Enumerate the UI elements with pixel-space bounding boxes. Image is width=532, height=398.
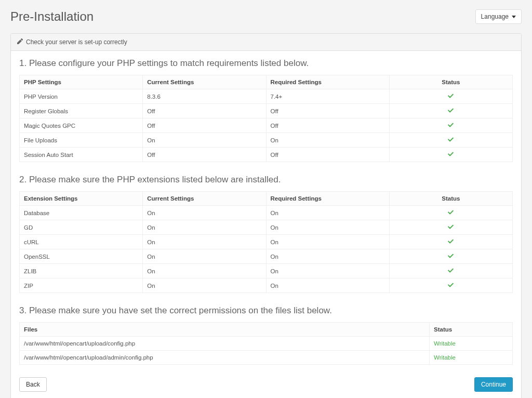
check-icon bbox=[448, 253, 454, 260]
cell-required: Off bbox=[266, 118, 389, 133]
check-icon bbox=[448, 137, 454, 143]
col-status: Status bbox=[389, 192, 512, 206]
cell-current: On bbox=[143, 133, 266, 148]
table-row: ZLIBOnOn bbox=[20, 264, 513, 278]
cell-current: On bbox=[143, 249, 266, 264]
table-row: /var/www/html/opencart/upload/config.php… bbox=[20, 337, 513, 351]
cell-name: Magic Quotes GPC bbox=[20, 118, 143, 133]
cell-name: Register Globals bbox=[20, 104, 143, 118]
continue-button[interactable]: Continue bbox=[474, 377, 513, 392]
status-writable: Writable bbox=[434, 354, 456, 361]
table-row: /var/www/html/opencart/upload/admin/conf… bbox=[20, 351, 513, 365]
col-required: Required Settings bbox=[266, 75, 389, 89]
language-label: Language bbox=[481, 13, 509, 20]
cell-status bbox=[389, 264, 512, 278]
cell-required: On bbox=[266, 133, 389, 148]
cell-file: /var/www/html/opencart/upload/admin/conf… bbox=[20, 351, 430, 365]
check-icon bbox=[448, 122, 454, 129]
cell-name: Database bbox=[20, 206, 143, 220]
cell-name: GD bbox=[20, 220, 143, 235]
table-row: DatabaseOnOn bbox=[20, 206, 513, 220]
col-status: Status bbox=[389, 75, 512, 89]
cell-required: 7.4+ bbox=[266, 89, 389, 104]
check-icon bbox=[448, 108, 454, 114]
table-header-row: PHP Settings Current Settings Required S… bbox=[20, 75, 513, 89]
cell-name: Session Auto Start bbox=[20, 148, 143, 162]
cell-name: ZLIB bbox=[20, 264, 143, 278]
cell-required: On bbox=[266, 264, 389, 278]
cell-required: On bbox=[266, 235, 389, 249]
table-header-row: Extension Settings Current Settings Requ… bbox=[20, 192, 513, 206]
check-icon bbox=[448, 282, 454, 289]
table-row: Session Auto StartOffOff bbox=[20, 148, 513, 162]
check-icon bbox=[448, 93, 454, 100]
col-required: Required Settings bbox=[266, 192, 389, 206]
php-settings-table: PHP Settings Current Settings Required S… bbox=[19, 75, 513, 162]
cell-status bbox=[389, 278, 512, 293]
cell-status bbox=[389, 89, 512, 104]
check-icon bbox=[448, 209, 454, 216]
cell-required: Off bbox=[266, 104, 389, 118]
table-row: File UploadsOnOn bbox=[20, 133, 513, 148]
files-table: Files Status /var/www/html/opencart/uplo… bbox=[19, 322, 513, 365]
cell-required: On bbox=[266, 206, 389, 220]
cell-current: Off bbox=[143, 148, 266, 162]
cell-status bbox=[389, 104, 512, 118]
status-writable: Writable bbox=[434, 340, 456, 347]
cell-status: Writable bbox=[430, 351, 513, 365]
cell-name: File Uploads bbox=[20, 133, 143, 148]
check-icon bbox=[448, 224, 454, 231]
table-row: cURLOnOn bbox=[20, 235, 513, 249]
language-dropdown[interactable]: Language bbox=[475, 9, 522, 24]
cell-status bbox=[389, 148, 512, 162]
section-2-heading: 2. Please make sure the PHP extensions l… bbox=[19, 175, 513, 185]
pencil-icon bbox=[17, 38, 23, 46]
page-title: Pre-Installation bbox=[10, 9, 94, 24]
section-3-heading: 3. Please make sure you have set the cor… bbox=[19, 306, 513, 316]
check-icon bbox=[448, 151, 454, 158]
table-row: Magic Quotes GPCOffOff bbox=[20, 118, 513, 133]
panel-heading: Check your server is set-up correctly bbox=[11, 34, 521, 51]
panel-heading-text: Check your server is set-up correctly bbox=[26, 38, 127, 46]
col-status: Status bbox=[430, 323, 513, 337]
cell-current: 8.3.6 bbox=[143, 89, 266, 104]
cell-current: Off bbox=[143, 104, 266, 118]
extension-settings-table: Extension Settings Current Settings Requ… bbox=[19, 191, 513, 293]
cell-current: On bbox=[143, 235, 266, 249]
col-php-settings: PHP Settings bbox=[20, 75, 143, 89]
cell-file: /var/www/html/opencart/upload/config.php bbox=[20, 337, 430, 351]
cell-required: Off bbox=[266, 148, 389, 162]
cell-name: ZIP bbox=[20, 278, 143, 293]
cell-name: cURL bbox=[20, 235, 143, 249]
table-row: OpenSSLOnOn bbox=[20, 249, 513, 264]
cell-current: On bbox=[143, 264, 266, 278]
cell-current: On bbox=[143, 206, 266, 220]
cell-status bbox=[389, 220, 512, 235]
cell-required: On bbox=[266, 220, 389, 235]
table-row: Register GlobalsOffOff bbox=[20, 104, 513, 118]
cell-status bbox=[389, 235, 512, 249]
table-row: GDOnOn bbox=[20, 220, 513, 235]
cell-required: On bbox=[266, 278, 389, 293]
check-icon bbox=[448, 238, 454, 245]
cell-current: Off bbox=[143, 118, 266, 133]
table-row: ZIPOnOn bbox=[20, 278, 513, 293]
section-1-heading: 1. Please configure your PHP settings to… bbox=[19, 58, 513, 69]
check-icon bbox=[448, 268, 454, 274]
col-current: Current Settings bbox=[143, 75, 266, 89]
cell-required: On bbox=[266, 249, 389, 264]
cell-status bbox=[389, 249, 512, 264]
col-extension: Extension Settings bbox=[20, 192, 143, 206]
col-current: Current Settings bbox=[143, 192, 266, 206]
col-files: Files bbox=[20, 323, 430, 337]
cell-name: PHP Version bbox=[20, 89, 143, 104]
cell-current: On bbox=[143, 220, 266, 235]
cell-name: OpenSSL bbox=[20, 249, 143, 264]
table-header-row: Files Status bbox=[20, 323, 513, 337]
cell-status bbox=[389, 206, 512, 220]
cell-status bbox=[389, 133, 512, 148]
back-button[interactable]: Back bbox=[19, 377, 47, 392]
cell-status bbox=[389, 118, 512, 133]
cell-current: On bbox=[143, 278, 266, 293]
cell-status: Writable bbox=[430, 337, 513, 351]
